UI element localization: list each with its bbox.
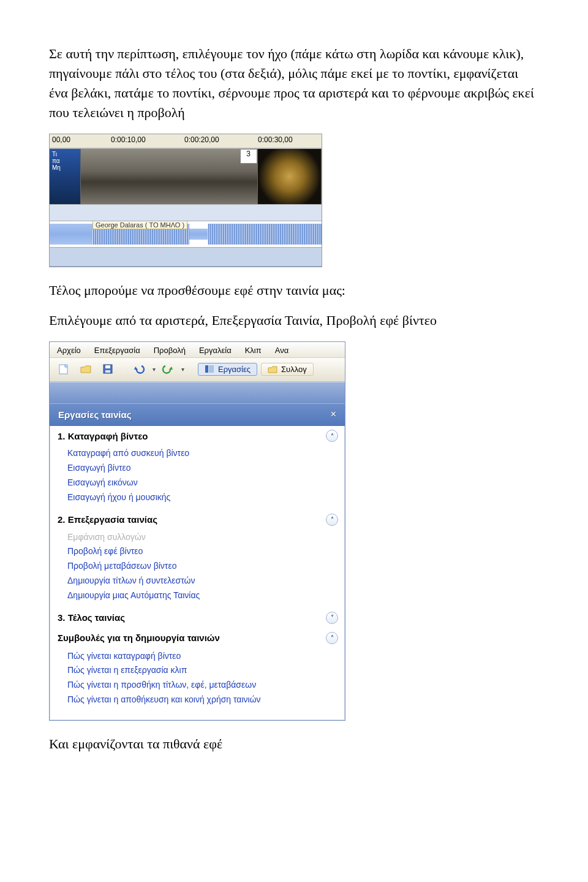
link-import-audio[interactable]: Εισαγωγή ήχου ή μουσικής — [67, 490, 337, 505]
audio-track[interactable]: George Dalaras ( ΤΟ ΜΗΛΟ ) — [50, 221, 322, 248]
svg-rect-3 — [105, 370, 110, 373]
menubar: Αρχείο Επεξεργασία Προβολή Εργαλεία Κλιπ… — [50, 342, 345, 357]
link-titles-credits[interactable]: Δημιουργία τίτλων ή συντελεστών — [67, 574, 337, 588]
chevron-down-icon[interactable]: ˅ — [326, 612, 338, 624]
timeline-figure: 00,00 0:00:10,00 0:00:20,00 0:00:30,00 Τ… — [49, 134, 322, 267]
menu-edit[interactable]: Επεξεργασία — [94, 346, 140, 355]
tasks-button[interactable]: Εργασίες — [198, 363, 257, 376]
transition-track[interactable] — [50, 205, 322, 221]
section-edit-movie[interactable]: 2. Επεξεργασία ταινίας ˄ — [50, 510, 344, 528]
ruler-tick: 0:00:20,00 — [184, 135, 219, 144]
timeline-ruler: 00,00 0:00:10,00 0:00:20,00 0:00:30,00 — [50, 134, 322, 148]
tip-capture[interactable]: Πώς γίνεται καταγραφή βίντεο — [67, 649, 337, 664]
tip-titles[interactable]: Πώς γίνεται η προσθήκη τίτλων, εφέ, μετα… — [67, 678, 337, 693]
toolbar: ▾ ▾ Εργασίες Συλλογ — [50, 357, 345, 382]
chevron-up-icon[interactable]: ˄ — [326, 514, 338, 526]
pane-title-bar: Εργασίες ταινίας × — [50, 403, 345, 426]
menu-play[interactable]: Ανα — [275, 346, 288, 355]
menu-clip[interactable]: Κλιπ — [245, 346, 262, 355]
header-band — [50, 382, 345, 403]
collections-label: Συλλογ — [281, 365, 307, 374]
open-project-button[interactable] — [77, 360, 95, 378]
link-video-transitions[interactable]: Προβολή μεταβάσεων βίντεο — [67, 559, 337, 574]
section-tips[interactable]: Συμβουλές για τη δημιουργία ταινιών ˄ — [50, 626, 344, 647]
link-video-effects[interactable]: Προβολή εφέ βίντεο — [67, 544, 337, 559]
redo-button[interactable] — [159, 360, 178, 378]
chevron-up-icon[interactable]: ˄ — [326, 632, 338, 644]
tips-title: Συμβουλές για τη δημιουργία ταινιών — [58, 633, 220, 643]
link-import-images[interactable]: Εισαγωγή εικόνων — [67, 476, 337, 490]
save-button[interactable] — [99, 360, 117, 378]
clip-text: Τι — [52, 151, 78, 158]
paragraph-intro: Σε αυτή την περίπτωση, επιλέγουμε τον ήχ… — [49, 44, 539, 123]
new-project-button[interactable] — [55, 360, 73, 378]
section-capture-video[interactable]: 1. Καταγραφή βίντεο ˄ — [50, 426, 344, 444]
menu-tools[interactable]: Εργαλεία — [199, 346, 232, 355]
ruler-tick: 0:00:10,00 — [111, 135, 146, 144]
music-track[interactable] — [50, 248, 322, 267]
paragraph-effects: Τέλος μπορούμε να προσθέσουμε εφέ στην τ… — [49, 281, 539, 300]
video-clip-2[interactable]: 3 — [81, 149, 258, 204]
svg-rect-4 — [205, 365, 208, 373]
ruler-tick: 00,00 — [52, 135, 70, 144]
folder-icon — [268, 365, 277, 373]
link-import-video[interactable]: Εισαγωγή βίντεο — [67, 461, 337, 476]
clip-overlay-number: 3 — [240, 149, 257, 164]
menu-file[interactable]: Αρχείο — [57, 346, 81, 355]
close-icon[interactable]: × — [331, 409, 336, 420]
audio-clip-label: George Dalaras ( ΤΟ ΜΗΛΟ ) — [92, 221, 187, 229]
section-title: 1. Καταγραφή βίντεο — [58, 431, 148, 441]
tasks-label: Εργασίες — [218, 365, 251, 374]
paragraph-select: Επιλέγουμε από τα αριστερά, Επεξεργασία … — [49, 311, 539, 330]
section-title: 2. Επεξεργασία ταινίας — [58, 514, 157, 525]
moviemaker-pane: Αρχείο Επεξεργασία Προβολή Εργαλεία Κλιπ… — [49, 341, 345, 720]
svg-rect-5 — [209, 365, 214, 373]
video-clip-1[interactable]: Τι πα Μη — [50, 149, 81, 204]
section-finish-movie[interactable]: 3. Τέλος ταινίας ˅ — [50, 608, 344, 626]
svg-rect-2 — [105, 365, 110, 368]
clip-text: πα — [52, 158, 78, 164]
section-title: 3. Τέλος ταινίας — [58, 612, 125, 623]
undo-button[interactable] — [130, 360, 149, 378]
video-track[interactable]: Τι πα Μη 3 — [50, 148, 322, 205]
link-show-collections: Εμφάνιση συλλογών — [67, 530, 337, 545]
tasks-icon — [205, 365, 214, 373]
chevron-up-icon[interactable]: ˄ — [326, 430, 338, 442]
ruler-tick: 0:00:30,00 — [258, 135, 293, 144]
paragraph-result: Και εμφανίζονται τα πιθανά εφέ — [49, 734, 539, 754]
tip-save[interactable]: Πώς γίνεται η αποθήκευση και κοινή χρήση… — [67, 693, 337, 707]
link-capture-device[interactable]: Καταγραφή από συσκευή βίντεο — [67, 446, 337, 461]
menu-view[interactable]: Προβολή — [154, 346, 186, 355]
pane-title-text: Εργασίες ταινίας — [58, 409, 132, 420]
video-clip-3[interactable] — [258, 149, 322, 204]
collections-button[interactable]: Συλλογ — [261, 363, 314, 376]
tip-edit[interactable]: Πώς γίνεται η επεξεργασία κλιπ — [67, 663, 337, 678]
link-automovie[interactable]: Δημιουργία μιας Αυτόματης Ταινίας — [67, 588, 337, 603]
clip-text: Μη — [52, 164, 78, 171]
